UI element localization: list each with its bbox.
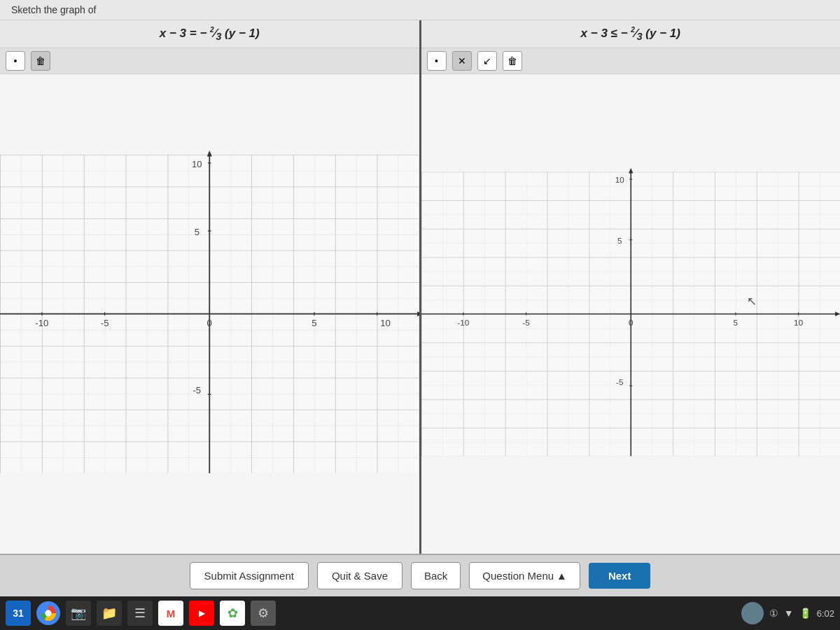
svg-text:-10: -10 <box>35 318 48 328</box>
taskbar: 31 📷 📁 ☰ M ▶ ✿ ⚙ ① ▼ 🔋 6:02 <box>0 596 840 630</box>
right-dot-tool[interactable]: • <box>427 51 447 71</box>
svg-text:10: 10 <box>192 159 202 169</box>
left-dot-tool[interactable]: • <box>6 51 25 71</box>
taskbar-files-icon[interactable]: 📁 <box>97 601 122 626</box>
top-bar: Sketch the graph of <box>0 0 840 20</box>
svg-text:10: 10 <box>615 175 624 184</box>
back-button[interactable]: Back <box>411 562 461 589</box>
svg-text:5: 5 <box>617 236 622 245</box>
right-equation-header: x − 3 ≤ − 2⁄3 (y − 1) <box>421 20 841 48</box>
svg-text:5: 5 <box>195 227 200 237</box>
taskbar-settings-icon[interactable]: ⚙ <box>251 601 276 626</box>
svg-marker-28 <box>629 168 633 173</box>
right-graph-panel: x − 3 ≤ − 2⁄3 (y − 1) • ✕ ↙ 🗑 <box>421 20 841 554</box>
svg-text:0: 0 <box>628 318 633 327</box>
notification-badge: ① <box>769 608 778 619</box>
left-graph-svg: -10 -5 0 5 10 10 5 -5 <box>0 74 419 554</box>
svg-text:-5: -5 <box>192 385 201 396</box>
right-equation: x − 3 ≤ − 2⁄3 (y − 1) <box>581 26 680 42</box>
right-arrow-tool[interactable]: ↙ <box>477 51 497 71</box>
quit-save-button[interactable]: Quit & Save <box>317 562 402 589</box>
left-graph-area[interactable]: -10 -5 0 5 10 10 5 -5 <box>0 74 419 554</box>
svg-point-47 <box>46 610 52 617</box>
taskbar-time: 6:02 <box>817 608 834 619</box>
svg-marker-6 <box>207 150 212 156</box>
left-graph-panel: x − 3 = − 2⁄3 (y − 1) • 🗑 <box>0 20 421 554</box>
taskbar-gmail-icon[interactable]: M <box>158 601 183 626</box>
right-toolbar: • ✕ ↙ 🗑 <box>421 48 841 74</box>
svg-text:5: 5 <box>733 318 738 327</box>
right-graph-area[interactable]: -10 -5 0 5 10 10 5 -5 <box>421 74 841 554</box>
wifi-icon: ▼ <box>784 608 794 619</box>
battery-icon: 🔋 <box>799 608 811 619</box>
taskbar-photos-icon[interactable]: ✿ <box>220 601 245 626</box>
taskbar-user-avatar[interactable] <box>741 602 764 624</box>
svg-text:10: 10 <box>380 318 391 328</box>
taskbar-camera-icon[interactable]: 📷 <box>66 601 91 626</box>
right-trash-tool[interactable]: 🗑 <box>503 51 522 71</box>
svg-text:↖: ↖ <box>746 295 756 308</box>
svg-text:5: 5 <box>312 318 316 328</box>
submit-assignment-button[interactable]: Submit Assignment <box>190 562 309 589</box>
svg-text:-10: -10 <box>457 318 469 327</box>
page-title: Sketch the graph of <box>11 4 96 15</box>
svg-text:-5: -5 <box>615 377 623 386</box>
svg-text:-5: -5 <box>101 318 109 328</box>
svg-text:10: 10 <box>794 318 804 327</box>
left-trash-tool[interactable]: 🗑 <box>31 51 50 71</box>
taskbar-calendar-icon[interactable]: 31 <box>6 601 31 626</box>
question-menu-button[interactable]: Question Menu ▲ <box>469 562 580 589</box>
next-button[interactable]: Next <box>589 563 651 589</box>
right-graph-svg: -10 -5 0 5 10 10 5 -5 <box>421 74 841 554</box>
taskbar-chrome-icon[interactable] <box>36 601 60 625</box>
left-equation: x − 3 = − 2⁄3 (y − 1) <box>160 26 260 42</box>
left-toolbar: • 🗑 <box>0 48 419 74</box>
taskbar-right: ① ▼ 🔋 6:02 <box>741 602 834 624</box>
left-equation-header: x − 3 = − 2⁄3 (y − 1) <box>0 20 419 48</box>
right-x-tool[interactable]: ✕ <box>452 51 472 71</box>
taskbar-youtube-icon[interactable]: ▶ <box>189 601 214 626</box>
svg-marker-5 <box>417 312 419 316</box>
svg-text:0: 0 <box>207 318 212 328</box>
taskbar-menu-icon[interactable]: ☰ <box>127 601 153 626</box>
svg-text:-5: -5 <box>522 318 530 327</box>
bottom-bar: Submit Assignment Quit & Save Back Quest… <box>0 554 840 596</box>
